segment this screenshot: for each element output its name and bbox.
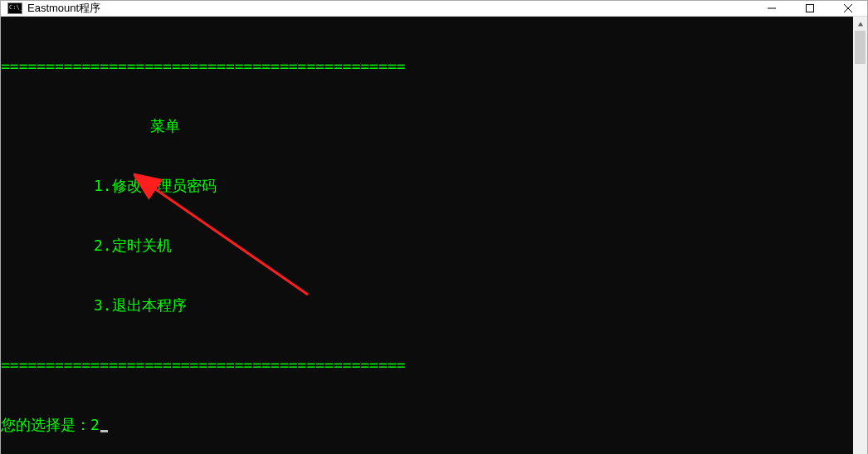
window-title: Eastmount程序 [27, 1, 100, 16]
svg-marker-4 [857, 22, 862, 26]
prompt-label: 您的选择是： [1, 415, 90, 435]
maximize-button[interactable] [791, 1, 829, 16]
vertical-scrollbar[interactable] [853, 17, 867, 454]
menu-item-2: 2.定时关机 [1, 236, 853, 256]
svg-rect-1 [807, 5, 814, 12]
minimize-button[interactable] [753, 1, 791, 16]
prompt-line: 您的选择是：2 [1, 415, 853, 435]
menu-item-1: 1.修改管理员密码 [1, 176, 853, 196]
window-controls [753, 1, 867, 16]
titlebar[interactable]: Eastmount程序 [1, 1, 867, 17]
menu-title: 菜单 [1, 116, 853, 136]
close-button[interactable] [829, 1, 867, 16]
menu-item-3: 3.退出本程序 [1, 295, 853, 315]
cmd-icon [7, 2, 22, 14]
scroll-up-button[interactable] [853, 17, 867, 31]
text-cursor [100, 430, 108, 432]
divider-bottom: ========================================… [1, 355, 853, 375]
console-output[interactable]: ========================================… [1, 17, 853, 454]
scroll-thumb[interactable] [855, 31, 866, 64]
divider-top: ========================================… [1, 56, 853, 76]
app-window: Eastmount程序 ============================… [0, 0, 868, 454]
user-input: 2 [90, 415, 100, 435]
client-area: ========================================… [1, 17, 867, 454]
